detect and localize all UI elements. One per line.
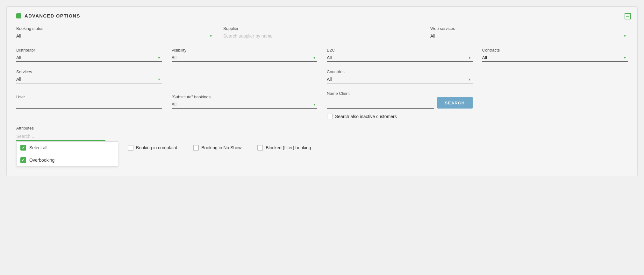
overbooking-label: Overbooking [29, 158, 54, 163]
substitute-bookings-select[interactable]: All [172, 101, 318, 109]
panel-header: ADVANCED OPTIONS [16, 13, 628, 18]
services-select[interactable]: All [16, 75, 162, 83]
name-client-label: Name Client [327, 91, 473, 96]
select-all-checkbox[interactable] [20, 145, 26, 151]
inactive-customers-row: Search also inactive customers [16, 114, 628, 119]
empty-col-1 [172, 69, 318, 83]
booking-status-select-wrapper: All Confirmed Cancelled Pending ▼ [16, 32, 214, 40]
b2c-group: B2C All ▼ [327, 48, 473, 62]
countries-select[interactable]: All [327, 75, 473, 83]
supplier-label: Supplier [223, 26, 421, 31]
attributes-section: Attributes Select all Overbooking [16, 126, 118, 166]
attributes-dropdown: Select all Overbooking [16, 141, 118, 166]
attributes-label: Attributes [16, 126, 118, 130]
visibility-label: Visibility [172, 48, 318, 53]
overbooking-item[interactable]: Overbooking [17, 154, 118, 166]
name-client-row: SEARCH [327, 97, 473, 109]
bottom-checkboxes: Booking in complaint Booking in No Show … [128, 145, 628, 151]
distributor-select[interactable]: All [16, 54, 162, 62]
contracts-select[interactable]: All [482, 54, 628, 62]
contracts-label: Contracts [482, 48, 628, 53]
countries-select-wrapper: All ▼ [327, 75, 473, 83]
booking-complaint-item: Booking in complaint [128, 145, 177, 151]
booking-complaint-checkbox[interactable] [128, 145, 133, 151]
web-services-select[interactable]: All [430, 32, 628, 40]
attributes-search-input[interactable] [16, 132, 105, 141]
booking-no-show-label: Booking in No Show [201, 145, 241, 150]
contracts-select-wrapper: All ▼ [482, 54, 628, 62]
select-all-label: Select all [29, 145, 47, 150]
right-col: Booking in complaint Booking in No Show … [128, 126, 628, 151]
countries-group: Countries All ▼ [327, 69, 473, 83]
supplier-group: Supplier [223, 26, 421, 40]
substitute-bookings-group: "Substitute" bookings All ▼ [172, 95, 318, 109]
user-group: User [16, 95, 162, 109]
distributor-select-wrapper: All ▼ [16, 54, 162, 62]
search-button[interactable]: SEARCH [437, 97, 473, 109]
substitute-bookings-label: "Substitute" bookings [172, 95, 318, 99]
supplier-input[interactable] [223, 32, 421, 40]
blocked-booking-checkbox[interactable] [257, 145, 263, 151]
blocked-booking-item: Blocked (filter) booking [257, 145, 311, 151]
select-all-item[interactable]: Select all [17, 142, 118, 154]
web-services-select-wrapper: All ▼ [430, 32, 628, 40]
inactive-customers-label: Search also inactive customers [335, 114, 397, 119]
countries-label: Countries [327, 69, 473, 74]
inactive-customers-checkbox[interactable] [327, 114, 333, 119]
services-label: Services [16, 69, 162, 74]
bottom-section: Attributes Select all Overbooking [16, 126, 628, 166]
distributor-group: Distributor All ▼ [16, 48, 162, 62]
booking-complaint-label: Booking in complaint [136, 145, 177, 150]
booking-no-show-checkbox[interactable] [193, 145, 199, 151]
b2c-select[interactable]: All [327, 54, 473, 62]
contracts-group: Contracts All ▼ [482, 48, 628, 62]
visibility-select[interactable]: All [172, 54, 318, 62]
advanced-options-panel: ADVANCED OPTIONS Booking status All Conf… [6, 6, 638, 176]
visibility-group: Visibility All ▼ [172, 48, 318, 62]
services-select-wrapper: All ▼ [16, 75, 162, 83]
user-label: User [16, 95, 162, 99]
booking-status-group: Booking status All Confirmed Cancelled P… [16, 26, 214, 40]
b2c-select-wrapper: All ▼ [327, 54, 473, 62]
blocked-booking-label: Blocked (filter) booking [266, 145, 311, 150]
overbooking-checkbox[interactable] [20, 157, 26, 163]
substitute-bookings-select-wrapper: All ▼ [172, 101, 318, 109]
panel-icon [16, 13, 21, 18]
web-services-group: Web services All ▼ [430, 26, 628, 40]
b2c-label: B2C [327, 48, 473, 53]
collapse-button[interactable] [625, 13, 631, 19]
distributor-label: Distributor [16, 48, 162, 53]
name-client-input[interactable] [327, 101, 434, 109]
services-group: Services All ▼ [16, 69, 162, 83]
panel-title: ADVANCED OPTIONS [25, 13, 80, 18]
user-input[interactable] [16, 101, 162, 109]
empty-col-2 [482, 69, 628, 83]
name-client-group: Name Client SEARCH [327, 91, 473, 109]
web-services-label: Web services [430, 26, 628, 31]
booking-status-label: Booking status [16, 26, 214, 31]
visibility-select-wrapper: All ▼ [172, 54, 318, 62]
booking-no-show-item: Booking in No Show [193, 145, 241, 151]
inactive-customers-check-item: Search also inactive customers [327, 114, 628, 119]
booking-status-select[interactable]: All Confirmed Cancelled Pending [16, 32, 214, 40]
